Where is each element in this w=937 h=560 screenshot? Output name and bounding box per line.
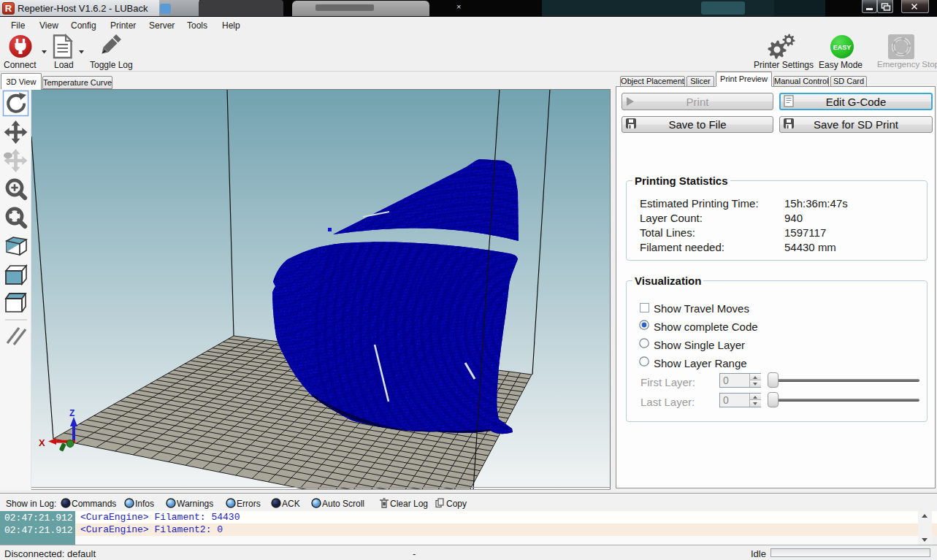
svg-text:X: X	[39, 437, 45, 448]
svg-text:EASY: EASY	[833, 44, 852, 51]
svg-text:Z: Z	[69, 408, 74, 418]
